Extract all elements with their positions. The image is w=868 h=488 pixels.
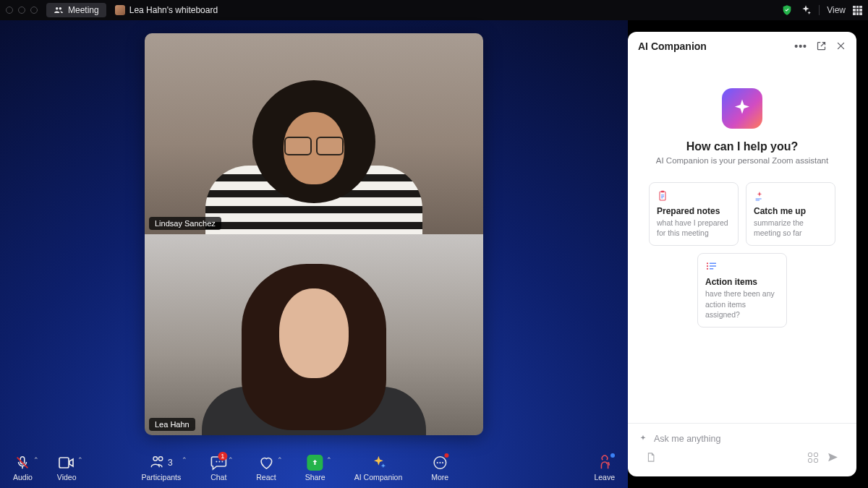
react-button[interactable]: ⌃ React <box>252 455 280 481</box>
card-title: Catch me up <box>754 206 827 216</box>
traffic-close-icon[interactable] <box>6 7 13 14</box>
tab-whiteboard-label: Lea Hahn's whiteboard <box>129 5 218 15</box>
more-options-icon[interactable]: ••• <box>794 40 807 52</box>
close-icon[interactable] <box>835 40 846 51</box>
panel-heading: How can I help you? <box>686 140 799 153</box>
notification-dot-icon <box>610 453 615 458</box>
participants-button[interactable]: ⌃ 3 Participants <box>137 455 185 481</box>
svg-point-12 <box>707 268 708 270</box>
sparkle-icon[interactable] <box>800 4 812 16</box>
ai-companion-button[interactable]: AI Companion <box>350 455 407 481</box>
participant-name: Lea Hahn <box>149 418 195 431</box>
leave-icon <box>597 455 613 471</box>
titlebar: Meeting Lea Hahn's whiteboard View <box>0 0 868 20</box>
tab-meeting[interactable]: Meeting <box>46 3 106 17</box>
leave-label: Leave <box>594 473 615 481</box>
panel-title: AI Companion <box>638 40 707 52</box>
participant-name: Lindsay Sanchez <box>149 217 221 230</box>
more-label: More <box>431 473 448 481</box>
ask-input[interactable]: Ask me anything <box>637 431 848 451</box>
more-button[interactable]: More <box>427 455 453 481</box>
popout-icon[interactable] <box>816 40 827 51</box>
traffic-min-icon[interactable] <box>18 7 25 14</box>
audio-button[interactable]: ⌃ Audio <box>9 455 37 481</box>
card-desc: what have I prepared for this meeting <box>657 218 731 238</box>
sparkle-icon <box>638 434 648 444</box>
video-button[interactable]: ⌃ Video <box>53 455 81 481</box>
svg-point-7 <box>442 462 443 463</box>
card-desc: have there been any action items assigne… <box>705 288 779 320</box>
audio-label: Audio <box>13 473 33 481</box>
svg-point-3 <box>221 461 223 463</box>
ai-logo-icon <box>722 88 762 129</box>
video-tiles: Lindsay Sanchez Lea Hahn <box>145 33 483 435</box>
document-icon[interactable] <box>645 452 656 463</box>
divider <box>819 5 820 15</box>
react-label: React <box>256 473 276 481</box>
video-tile[interactable]: Lindsay Sanchez <box>145 33 483 234</box>
shield-check-icon[interactable] <box>781 4 793 16</box>
tab-whiteboard[interactable]: Lea Hahn's whiteboard <box>115 5 218 15</box>
ai-companion-label: AI Companion <box>354 473 403 481</box>
tab-meeting-label: Meeting <box>68 5 99 15</box>
svg-point-2 <box>218 461 220 463</box>
card-desc: summarize the meeting so far <box>754 218 827 238</box>
window-controls[interactable] <box>6 7 38 14</box>
chat-button[interactable]: ⌃ 1 Chat <box>205 455 231 481</box>
suggestion-cards: Prepared notes what have I prepared for … <box>638 182 846 328</box>
svg-rect-8 <box>660 192 665 200</box>
chevron-up-icon[interactable]: ⌃ <box>77 456 83 463</box>
share-screen-icon <box>307 455 323 471</box>
mic-muted-icon <box>14 455 30 471</box>
share-label: Share <box>305 473 326 481</box>
chat-label: Chat <box>210 473 226 481</box>
svg-point-1 <box>216 461 217 463</box>
participant-figure <box>252 80 375 203</box>
svg-point-5 <box>436 462 438 463</box>
traffic-max-icon[interactable] <box>30 7 38 14</box>
send-icon[interactable] <box>827 451 839 463</box>
chevron-up-icon[interactable]: ⌃ <box>182 456 187 463</box>
notification-dot-icon <box>444 453 448 458</box>
card-title: Action items <box>705 277 779 287</box>
list-icon <box>705 261 779 273</box>
video-label: Video <box>57 473 77 481</box>
panel-subheading: AI Companion is your personal Zoom assis… <box>656 156 828 165</box>
card-title: Prepared notes <box>657 206 731 216</box>
sparkle-doc-icon <box>754 190 827 202</box>
grid-icon[interactable] <box>853 6 862 15</box>
chevron-up-icon[interactable]: ⌃ <box>277 456 283 463</box>
people-icon <box>54 5 64 15</box>
svg-point-11 <box>707 265 708 267</box>
ai-companion-panel: AI Companion ••• How can I help you? AI … <box>628 32 856 476</box>
avatar-icon <box>115 5 125 15</box>
leave-button[interactable]: Leave <box>590 455 619 481</box>
video-tile[interactable]: Lea Hahn <box>145 234 483 435</box>
panel-input-area: Ask me anything <box>628 423 856 476</box>
sparkle-icon <box>370 455 386 471</box>
participants-count: 3 <box>168 458 173 468</box>
participant-figure <box>242 264 386 430</box>
view-label[interactable]: View <box>827 5 846 15</box>
panel-header: AI Companion ••• <box>628 32 856 61</box>
heart-icon <box>258 455 274 471</box>
clipboard-icon <box>657 190 731 202</box>
svg-point-10 <box>707 262 708 264</box>
participants-icon: 3 <box>150 455 173 471</box>
svg-point-6 <box>439 462 441 463</box>
card-catch-me-up[interactable]: Catch me up summarize the meeting so far <box>746 182 835 246</box>
video-area: Lindsay Sanchez Lea Hahn ⌃ <box>0 20 628 488</box>
chevron-up-icon[interactable]: ⌃ <box>228 456 234 463</box>
share-button[interactable]: ⌃ Share <box>301 455 330 481</box>
card-action-items[interactable]: Action items have there been any action … <box>697 253 787 328</box>
chevron-up-icon[interactable]: ⌃ <box>33 456 39 463</box>
meeting-toolbar: ⌃ Audio ⌃ Video ⌃ <box>0 448 628 488</box>
participants-label: Participants <box>141 473 181 481</box>
video-icon <box>58 455 75 471</box>
card-prepared-notes[interactable]: Prepared notes what have I prepared for … <box>649 182 739 246</box>
chat-badge: 1 <box>218 452 227 461</box>
chevron-up-icon[interactable]: ⌃ <box>326 456 332 463</box>
svg-rect-9 <box>661 191 664 193</box>
apps-icon[interactable] <box>808 453 818 463</box>
ask-placeholder: Ask me anything <box>654 434 720 444</box>
